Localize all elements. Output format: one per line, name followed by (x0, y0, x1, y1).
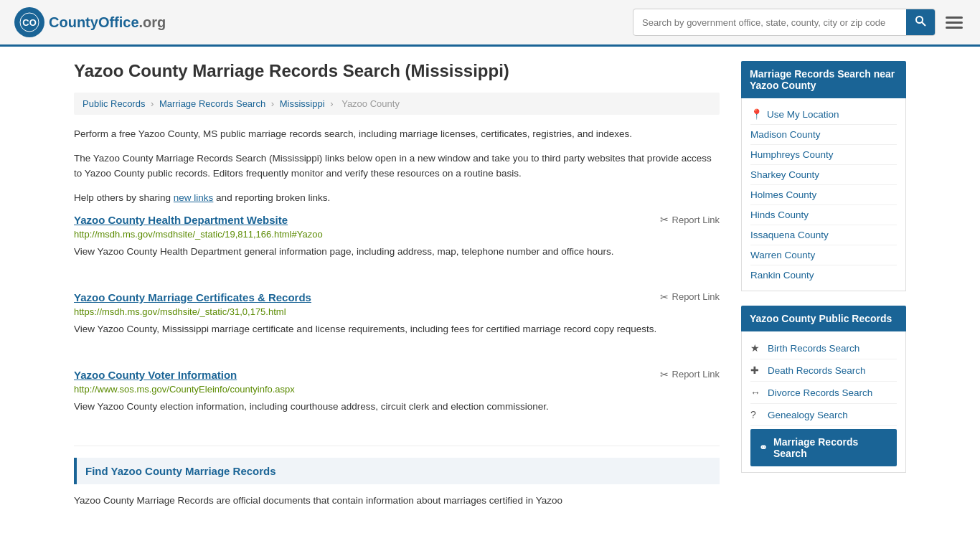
sidebar-county-2: Sharkey County (750, 165, 897, 185)
sidebar-county-6: Warren County (750, 245, 897, 265)
result-header-3: Yazoo County Voter Information ✂ Report … (74, 369, 720, 381)
county-link-2[interactable]: Sharkey County (750, 169, 819, 180)
report-link-1[interactable]: ✂ Report Link (660, 214, 720, 225)
pub-rec-birth: ★ Birth Records Search (750, 337, 897, 359)
result-header-1: Yazoo County Health Department Website ✂… (74, 214, 720, 226)
report-icon-2: ✂ (660, 291, 669, 303)
pin-icon: 📍 (750, 108, 763, 120)
sidebar-public-records-body: ★ Birth Records Search ✚ Death Records S… (741, 331, 906, 473)
svg-line-3 (922, 22, 925, 26)
sidebar-nearby-section: Marriage Records Search near Yazoo Count… (741, 61, 906, 291)
logo-text: CountyOffice.org (49, 14, 166, 31)
description-3: Help others by sharing new links and rep… (74, 190, 720, 206)
county-link-3[interactable]: Holmes County (750, 189, 816, 200)
menu-button[interactable] (943, 14, 966, 32)
desc3-post: and reporting broken links. (213, 192, 330, 203)
sidebar-county-7: Rankin County (750, 265, 897, 285)
county-link-6[interactable]: Warren County (750, 250, 815, 260)
breadcrumb-current: Yazoo County (341, 98, 400, 109)
search-input[interactable] (633, 11, 906, 34)
result-title-1[interactable]: Yazoo County Health Department Website (74, 214, 288, 226)
birth-records-link[interactable]: Birth Records Search (768, 343, 859, 354)
menu-line (946, 27, 963, 29)
county-link-4[interactable]: Hinds County (750, 209, 809, 220)
sidebar-nearby-header: Marriage Records Search near Yazoo Count… (741, 61, 906, 98)
sidebar-public-records-section: Yazoo County Public Records ★ Birth Reco… (741, 306, 906, 473)
birth-icon: ★ (750, 342, 762, 354)
genealogy-search-link[interactable]: Genealogy Search (768, 410, 848, 420)
description-1: Perform a free Yazoo County, MS public m… (74, 126, 720, 142)
search-bar (633, 9, 936, 36)
marriage-btn-icon: ⚭ (759, 442, 768, 453)
site-header: CO CountyOffice.org (0, 0, 980, 47)
report-link-3[interactable]: ✂ Report Link (660, 369, 720, 380)
breadcrumb: Public Records › Marriage Records Search… (74, 93, 720, 115)
sidebar-county-3: Holmes County (750, 185, 897, 205)
marriage-btn-label: Marriage Records Search (773, 436, 888, 459)
result-item-2: Yazoo County Marriage Certificates & Rec… (74, 291, 720, 352)
county-link-0[interactable]: Madison County (750, 129, 821, 140)
logo-org: .org (139, 14, 166, 30)
breadcrumb-sep: › (330, 98, 333, 109)
page-title: Yazoo County Marriage Records Search (Mi… (74, 61, 720, 81)
svg-point-2 (916, 17, 923, 23)
death-records-link[interactable]: Death Records Search (768, 365, 866, 376)
result-desc-1: View Yazoo County Health Department gene… (74, 244, 720, 260)
pub-rec-death: ✚ Death Records Search (750, 359, 897, 382)
use-location-link[interactable]: Use My Location (767, 109, 839, 120)
report-icon-1: ✂ (660, 214, 669, 225)
breadcrumb-mississippi[interactable]: Mississippi (280, 98, 325, 109)
county-link-1[interactable]: Humphreys County (750, 149, 834, 160)
result-header-2: Yazoo County Marriage Certificates & Rec… (74, 291, 720, 303)
search-button[interactable] (906, 9, 935, 35)
description-2: The Yazoo County Marriage Records Search… (74, 151, 720, 182)
sidebar-use-location[interactable]: 📍 Use My Location (750, 104, 897, 125)
new-links-link[interactable]: new links (174, 192, 214, 203)
result-item-1: Yazoo County Health Department Website ✂… (74, 214, 720, 274)
header-right (633, 9, 966, 36)
result-title-3[interactable]: Yazoo County Voter Information (74, 369, 237, 381)
result-url-3: http://www.sos.ms.gov/CountyEleinfo/coun… (74, 384, 720, 395)
divorce-records-link[interactable]: Divorce Records Search (768, 387, 872, 398)
result-url-1: http://msdh.ms.gov/msdhsite/_static/19,8… (74, 229, 720, 240)
report-label-2: Report Link (672, 291, 720, 302)
breadcrumb-sep: › (271, 98, 274, 109)
main-container: Yazoo County Marriage Records Search (Mi… (60, 47, 920, 523)
sidebar-county-0: Madison County (750, 125, 897, 145)
county-link-5[interactable]: Issaquena County (750, 230, 829, 240)
report-label-3: Report Link (672, 369, 720, 380)
sidebar: Marriage Records Search near Yazoo Count… (741, 61, 906, 509)
result-title-2[interactable]: Yazoo County Marriage Certificates & Rec… (74, 291, 311, 303)
sidebar-nearby-body: 📍 Use My Location Madison County Humphre… (741, 98, 906, 291)
logo-county: CountyOffice (49, 14, 139, 30)
sidebar-county-5: Issaquena County (750, 225, 897, 245)
find-section-body: Yazoo County Marriage Records are offici… (74, 493, 720, 509)
result-item-3: Yazoo County Voter Information ✂ Report … (74, 369, 720, 429)
report-icon-3: ✂ (660, 369, 669, 380)
breadcrumb-public-records[interactable]: Public Records (83, 98, 145, 109)
result-url-2: https://msdh.ms.gov/msdhsite/_static/31,… (74, 306, 720, 317)
desc3-pre: Help others by sharing (74, 192, 174, 203)
marriage-records-button[interactable]: ⚭ Marriage Records Search (750, 429, 897, 466)
report-link-2[interactable]: ✂ Report Link (660, 291, 720, 303)
section-divider (74, 446, 720, 446)
sidebar-county-1: Humphreys County (750, 145, 897, 165)
result-desc-2: View Yazoo County, Mississippi marriage … (74, 321, 720, 337)
breadcrumb-marriage-records[interactable]: Marriage Records Search (159, 98, 265, 109)
pub-rec-genealogy: ? Genealogy Search (750, 404, 897, 426)
menu-line (946, 22, 963, 24)
genealogy-icon: ? (750, 409, 762, 420)
logo-area: CO CountyOffice.org (14, 7, 166, 37)
result-desc-3: View Yazoo County election information, … (74, 399, 720, 415)
pub-rec-divorce: ↔ Divorce Records Search (750, 382, 897, 404)
sidebar-public-records-header: Yazoo County Public Records (741, 306, 906, 331)
logo-icon: CO (14, 7, 44, 37)
death-icon: ✚ (750, 364, 762, 376)
report-label-1: Report Link (672, 215, 720, 225)
find-section-heading: Find Yazoo County Marriage Records (74, 458, 720, 484)
main-content: Yazoo County Marriage Records Search (Mi… (74, 61, 720, 509)
county-link-7[interactable]: Rankin County (750, 270, 814, 281)
breadcrumb-sep: › (151, 98, 154, 109)
menu-line (946, 17, 963, 19)
divorce-icon: ↔ (750, 387, 762, 398)
